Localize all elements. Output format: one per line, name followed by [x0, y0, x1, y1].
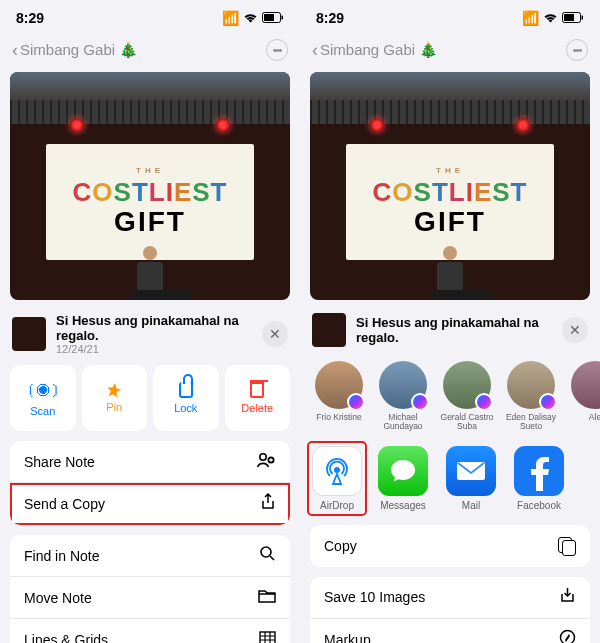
share-note-label: Share Note [24, 454, 95, 470]
close-button[interactable]: ✕ [562, 317, 588, 343]
find-label: Find in Note [24, 548, 99, 564]
find-in-note-item[interactable]: Find in Note [10, 535, 290, 577]
share-person[interactable]: Gerald Castro Suba [440, 361, 494, 432]
apps-row: AirDrop Messages Mail Facebook [300, 442, 600, 525]
note-thumbnail [12, 317, 46, 351]
avatar [571, 361, 600, 409]
svg-point-3 [260, 453, 266, 459]
grid-icon [259, 631, 276, 643]
wifi-icon [243, 10, 258, 26]
messenger-badge-icon [541, 395, 555, 409]
markup-label: Markup [324, 632, 371, 643]
photo-title1: COSTLIEST [73, 177, 228, 208]
photo-title2: GIFT [414, 206, 486, 238]
photo-title1: COSTLIEST [373, 177, 528, 208]
scan-label: Scan [30, 405, 55, 417]
sheet-title: Si Hesus ang pinakamahal na regalo. [356, 315, 552, 345]
people-row: Frio Kristine Michael Gundayao Gerald Ca… [300, 357, 600, 442]
scan-icon: ⟮⦿⟯ [25, 380, 61, 401]
facebook-icon [514, 446, 564, 496]
airdrop-app[interactable]: AirDrop [310, 444, 364, 513]
delete-button[interactable]: Delete [225, 365, 291, 431]
back-button[interactable]: ‹ Simbang Gabi 🎄 [312, 40, 438, 61]
svg-rect-6 [260, 632, 275, 643]
messenger-badge-icon [413, 395, 427, 409]
mail-app[interactable]: Mail [444, 446, 498, 511]
photo-title2: GIFT [114, 206, 186, 238]
cellular-icon: 📶 [522, 10, 539, 26]
status-bar: 8:29 📶 [300, 0, 600, 36]
avatar [379, 361, 427, 409]
list-group-2: Find in Note Move Note Lines & Grids [10, 535, 290, 643]
collaborate-icon [256, 451, 276, 473]
nav-bar: ‹ Simbang Gabi 🎄 ••• [300, 36, 600, 64]
share-note-item[interactable]: Share Note [10, 441, 290, 483]
share-person[interactable]: Michael Gundayao [376, 361, 430, 432]
avatar [443, 361, 491, 409]
airdrop-label: AirDrop [312, 500, 362, 511]
right-screenshot: 8:29 📶 ‹ Simbang Gabi 🎄 ••• THE COSTLIES… [300, 0, 600, 643]
avatar [315, 361, 363, 409]
status-time: 8:29 [16, 10, 44, 26]
share-actions-group-2: Save 10 Images Markup [310, 577, 590, 643]
sheet-header: Si Hesus ang pinakamahal na regalo. ✕ [300, 303, 600, 357]
airdrop-icon [312, 446, 362, 496]
share-person[interactable]: Ale [568, 361, 600, 432]
markup-icon [559, 629, 576, 643]
lock-label: Lock [174, 402, 197, 414]
cellular-icon: 📶 [222, 10, 239, 26]
close-icon: ✕ [569, 322, 581, 338]
chevron-left-icon: ‹ [12, 40, 18, 61]
back-label: Simbang Gabi 🎄 [20, 41, 138, 59]
lines-grids-item[interactable]: Lines & Grids [10, 619, 290, 643]
avatar [507, 361, 555, 409]
pin-icon [106, 382, 122, 398]
quick-actions: ⟮⦿⟯ Scan Pin Lock Delete [0, 365, 300, 441]
send-copy-item[interactable]: Send a Copy [10, 483, 290, 525]
lock-icon [179, 382, 193, 398]
messenger-badge-icon [477, 395, 491, 409]
move-label: Move Note [24, 590, 92, 606]
pin-button[interactable]: Pin [82, 365, 148, 431]
mail-label: Mail [444, 500, 498, 511]
svg-rect-8 [564, 14, 574, 21]
person-name: Gerald Castro Suba [440, 413, 494, 432]
lock-button[interactable]: Lock [153, 365, 219, 431]
search-icon [259, 545, 276, 566]
share-sheet: Si Hesus ang pinakamahal na regalo. ✕ Fr… [300, 303, 600, 643]
facebook-app[interactable]: Facebook [512, 446, 566, 511]
save-images-label: Save 10 Images [324, 589, 425, 605]
list-group-1: Share Note Send a Copy [10, 441, 290, 525]
facebook-label: Facebook [512, 500, 566, 511]
share-person[interactable]: Eden Dalisay Sueto [504, 361, 558, 432]
messenger-badge-icon [349, 395, 363, 409]
share-person[interactable]: Frio Kristine [312, 361, 366, 432]
back-button[interactable]: ‹ Simbang Gabi 🎄 [12, 40, 138, 61]
messages-app[interactable]: Messages [376, 446, 430, 511]
copy-icon [558, 537, 576, 555]
battery-icon [262, 10, 284, 26]
person-name: Michael Gundayao [376, 413, 430, 432]
messages-icon [378, 446, 428, 496]
save-icon [559, 586, 576, 608]
scan-button[interactable]: ⟮⦿⟯ Scan [10, 365, 76, 431]
more-button[interactable]: ••• [266, 39, 288, 61]
wifi-icon [543, 10, 558, 26]
status-time: 8:29 [316, 10, 344, 26]
save-images-item[interactable]: Save 10 Images [310, 577, 590, 619]
move-note-item[interactable]: Move Note [10, 577, 290, 619]
back-label: Simbang Gabi 🎄 [320, 41, 438, 59]
close-button[interactable]: ✕ [262, 321, 288, 347]
person-name: Ale [568, 413, 600, 422]
svg-rect-2 [282, 16, 284, 20]
markup-item[interactable]: Markup [310, 619, 590, 643]
lines-label: Lines & Grids [24, 632, 108, 643]
share-icon [260, 493, 276, 515]
more-button[interactable]: ••• [566, 39, 588, 61]
copy-item[interactable]: Copy [310, 525, 590, 567]
share-actions-group: Copy [310, 525, 590, 567]
note-photo: THE COSTLIEST GIFT [10, 72, 290, 300]
svg-rect-9 [582, 16, 584, 20]
left-screenshot: 8:29 📶 ‹ Simbang Gabi 🎄 ••• THE COSTLIES… [0, 0, 300, 643]
status-icons: 📶 [522, 10, 584, 26]
